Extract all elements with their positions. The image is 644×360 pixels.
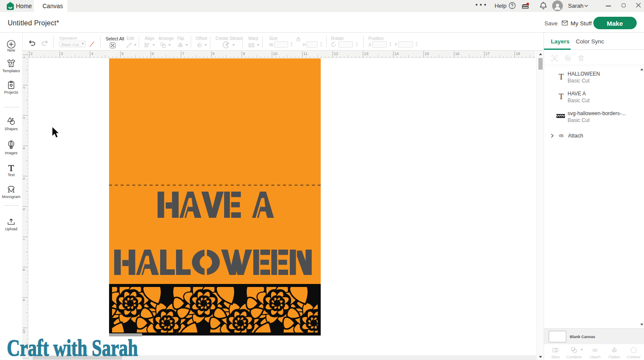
- svg-text:8: 8: [213, 52, 215, 56]
- svg-text:11: 11: [304, 52, 307, 56]
- svg-text:4: 4: [23, 147, 26, 149]
- svg-text:Craft with Sarah: Craft with Sarah: [7, 335, 138, 360]
- svg-text:17: 17: [486, 52, 490, 56]
- svg-text:3: 3: [61, 52, 63, 56]
- svg-text:7: 7: [182, 52, 184, 56]
- svg-text:16: 16: [455, 52, 459, 56]
- svg-text:7: 7: [23, 238, 26, 241]
- svg-text:10: 10: [23, 329, 26, 334]
- svg-text:5: 5: [122, 52, 124, 56]
- svg-text:2: 2: [23, 87, 26, 89]
- svg-text:3: 3: [23, 117, 26, 119]
- svg-text:1: 1: [23, 56, 26, 58]
- svg-text:6: 6: [152, 52, 154, 56]
- svg-text:2: 2: [30, 52, 33, 56]
- svg-text:14: 14: [395, 52, 399, 56]
- svg-text:10: 10: [273, 52, 277, 56]
- svg-text:12: 12: [334, 52, 338, 56]
- svg-text:18: 18: [516, 52, 520, 56]
- svg-text:4: 4: [91, 52, 93, 56]
- svg-text:13: 13: [364, 52, 368, 56]
- svg-text:15: 15: [425, 52, 429, 56]
- svg-text:5: 5: [23, 178, 26, 180]
- svg-text:6: 6: [23, 208, 26, 210]
- svg-text:8: 8: [23, 269, 26, 271]
- svg-text:9: 9: [23, 299, 26, 301]
- svg-text:9: 9: [243, 52, 245, 56]
